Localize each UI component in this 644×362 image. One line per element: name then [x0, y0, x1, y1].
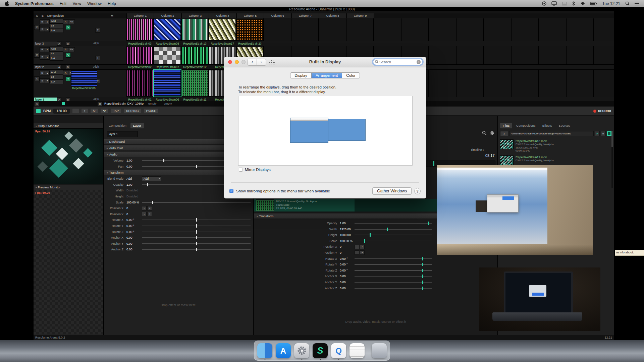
file-row[interactable]: RepetitiveStrain18.movDXV 2.2 Normal Qua… — [498, 138, 614, 155]
rotate-x-value[interactable]: 0.00 ° — [337, 257, 354, 260]
system-preferences-icon[interactable] — [294, 343, 309, 358]
menu-window[interactable]: Window — [87, 1, 102, 6]
layer-down-button[interactable]: ▼ — [45, 78, 50, 83]
bluetooth-menu-icon[interactable] — [572, 1, 575, 6]
apple-menu-icon[interactable] — [5, 1, 9, 6]
display-primary[interactable] — [290, 118, 328, 143]
deck-b-button[interactable]: B — [601, 131, 606, 136]
zoom-button[interactable] — [241, 60, 246, 64]
layer-clear-button[interactable]: X — [34, 76, 40, 81]
increment-button[interactable]: + — [147, 212, 152, 216]
layer-blend-dropdown[interactable]: Add — [50, 47, 63, 51]
slider-thumb[interactable] — [196, 165, 197, 168]
wifi-menu-icon[interactable] — [580, 2, 585, 5]
slider-thumb[interactable] — [152, 201, 153, 204]
position-y-value[interactable]: 0 — [123, 213, 141, 216]
rotate-y-slider[interactable] — [142, 226, 251, 226]
layer-alpha-button[interactable]: L/A — [50, 79, 63, 84]
layer-solo-button[interactable]: S — [40, 78, 45, 83]
layer-up-button[interactable]: ▲ — [45, 71, 50, 75]
anchor-x-slider[interactable] — [142, 237, 251, 238]
anchor-z-value[interactable]: 0.00 — [337, 287, 354, 290]
anchor-x-value[interactable]: 0.00 — [123, 236, 141, 239]
layer-lit-button[interactable]: Lit — [50, 51, 63, 56]
transport--button[interactable]: + — [82, 109, 88, 113]
clip-cell[interactable] — [209, 19, 236, 41]
slider-thumb[interactable] — [422, 287, 423, 290]
keyboard-menu-icon[interactable] — [562, 2, 567, 5]
rotate-z-value[interactable]: 0.00 ° — [337, 269, 354, 272]
opacity-value[interactable]: 1.00 — [337, 222, 354, 225]
rotate-y-value[interactable]: 0.00 ° — [337, 263, 354, 266]
position-x-value[interactable]: 0 — [123, 206, 141, 210]
layer-a-button[interactable]: A — [57, 42, 61, 46]
slider-thumb[interactable] — [422, 269, 423, 272]
show-mirroring-checkbox[interactable]: ✓ — [229, 189, 233, 193]
header-x[interactable]: X — [35, 13, 39, 18]
layer-bypass-button[interactable]: B — [40, 19, 45, 24]
browser-scrollbar[interactable] — [611, 131, 613, 188]
header-b[interactable]: B — [40, 13, 45, 18]
dialog-tab-arrangement[interactable]: Arrangement — [311, 73, 342, 78]
folder-up-button[interactable]: ▲ — [500, 131, 508, 136]
increment-button[interactable]: + — [147, 206, 152, 210]
slider-thumb[interactable] — [387, 228, 388, 231]
slider-thumb[interactable] — [370, 233, 371, 237]
volume-value[interactable]: 1.00 — [123, 159, 141, 162]
decrement-button[interactable]: - — [355, 245, 359, 249]
layer-up-button[interactable]: ▲ — [45, 47, 50, 52]
back-button[interactable]: ‹ — [248, 59, 257, 66]
layer-name-field[interactable] — [107, 131, 138, 137]
search-field[interactable]: × — [373, 59, 423, 65]
show-all-icon[interactable] — [269, 60, 275, 64]
rotate-x-slider[interactable] — [142, 220, 251, 220]
layer-clear-button[interactable]: X — [34, 25, 40, 30]
scale-slider[interactable] — [142, 202, 251, 203]
layer-video-button[interactable]: V — [66, 53, 71, 58]
spotlight-icon[interactable] — [625, 1, 630, 6]
slider-thumb[interactable] — [196, 236, 197, 239]
layer-audio-button[interactable]: A — [63, 19, 68, 24]
rotate-x-slider[interactable] — [355, 258, 432, 259]
clip-cell[interactable] — [126, 70, 153, 97]
clip-cell[interactable] — [154, 19, 181, 41]
menu-view[interactable]: View — [72, 1, 81, 6]
layer-down-button[interactable]: ▼ — [45, 55, 50, 60]
path-field[interactable]: /Volumes/Archive HD/Footage/Shop/HybridV… — [509, 131, 594, 136]
layer-alpha-button[interactable]: L/A — [50, 56, 63, 61]
layer-transition-button[interactable]: T — [95, 28, 100, 33]
decrement-button[interactable]: - — [142, 212, 147, 216]
crossfader-a-button[interactable]: A — [34, 102, 40, 106]
transport-2-button[interactable]: /2 — [91, 109, 98, 113]
output-monitor-header[interactable]: ▾Output Monitor — [34, 123, 103, 129]
quicktime-icon[interactable]: Q — [331, 343, 346, 358]
slider-thumb[interactable] — [196, 218, 197, 222]
anchor-y-slider[interactable] — [355, 282, 432, 283]
selected-clip-thumbnail[interactable] — [256, 199, 274, 211]
clear-search-icon[interactable]: × — [417, 60, 421, 64]
layer-alpha-button[interactable]: L/A — [50, 28, 63, 33]
transport-2-button[interactable]: *2 — [101, 109, 108, 113]
anchor-z-slider[interactable] — [355, 288, 432, 289]
timeline-playhead[interactable] — [433, 161, 434, 166]
slider-thumb[interactable] — [428, 222, 429, 225]
transport-pause-button[interactable]: PAUSE — [144, 109, 159, 113]
tab-composition[interactable]: Composition — [106, 123, 129, 128]
active-app-menu[interactable]: System Preferences — [15, 1, 54, 6]
rotate-z-slider[interactable] — [142, 232, 251, 232]
width-value[interactable]: 1920.00 — [337, 228, 354, 231]
pan-value[interactable]: 0.00 — [123, 165, 141, 168]
menu-edit[interactable]: Edit — [60, 1, 67, 6]
browser-settings-gear-icon[interactable] — [490, 131, 494, 137]
menu-clock[interactable]: Tue 12:21 — [602, 1, 620, 6]
slider-thumb[interactable] — [196, 248, 197, 251]
search-input[interactable] — [379, 60, 417, 64]
slider-thumb[interactable] — [196, 224, 197, 228]
list-view-button[interactable] — [607, 131, 612, 136]
anchor-x-slider[interactable] — [355, 276, 432, 277]
menu-help[interactable]: Help — [108, 1, 116, 6]
layer-video-button[interactable]: V — [66, 25, 71, 30]
position-x-value[interactable]: 0 — [337, 245, 354, 248]
mirror-displays-checkbox[interactable] — [239, 168, 243, 172]
slider-thumb[interactable] — [196, 230, 197, 234]
